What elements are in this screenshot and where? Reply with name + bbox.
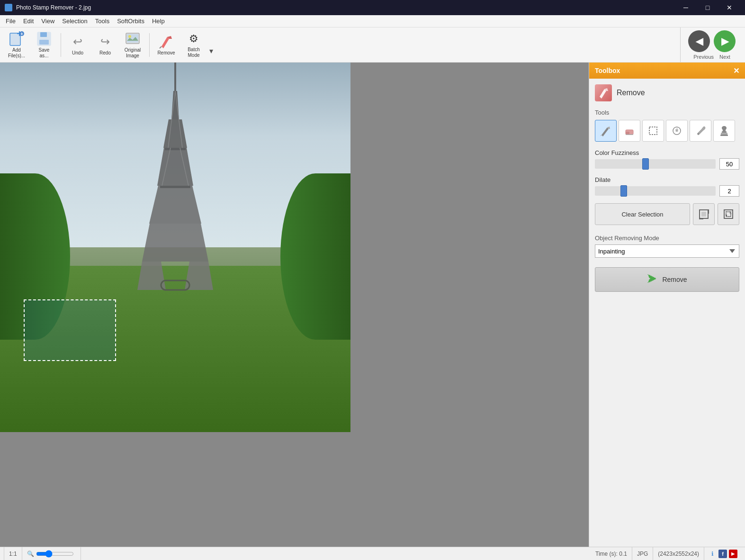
undo-button[interactable]: ↩ Undo xyxy=(65,30,90,60)
mode-select[interactable]: Inpainting Content-Aware Fill Smear xyxy=(595,244,739,258)
batch-mode-button[interactable]: ⚙ BatchMode xyxy=(181,30,206,60)
mode-section: Object Removing Mode Inpainting Content-… xyxy=(595,235,739,258)
menu-tools[interactable]: Tools xyxy=(91,16,113,26)
menu-view[interactable]: View xyxy=(37,16,58,26)
main-area: Toolbox ✕ Remove Tools xyxy=(0,63,745,547)
status-icons: ℹ f ▶ xyxy=(704,550,741,558)
tool-magic-wand[interactable] xyxy=(666,120,688,142)
tools-section-label: Tools xyxy=(595,109,739,116)
next-button[interactable]: ▶ xyxy=(714,30,736,52)
color-fuzziness-value[interactable]: 50 xyxy=(719,158,739,170)
eiffel-photo xyxy=(0,63,350,432)
window-title: Photo Stamp Remover - 2.jpg xyxy=(16,4,671,11)
svg-rect-13 xyxy=(174,63,176,91)
expand-selection-button[interactable] xyxy=(693,203,715,225)
previous-button[interactable]: ◀ xyxy=(688,30,710,52)
dilate-thumb[interactable] xyxy=(620,185,627,197)
app-icon xyxy=(5,4,12,11)
batch-mode-label: BatchMode xyxy=(188,47,200,58)
color-fuzziness-row: Color Fuzziness 50 xyxy=(595,149,739,170)
menu-file[interactable]: File xyxy=(2,16,19,26)
svg-rect-32 xyxy=(649,127,657,135)
original-image-icon xyxy=(125,31,140,46)
dilate-slider-row: 2 xyxy=(595,185,739,197)
previous-label: Previous xyxy=(693,54,714,60)
toolbox-close-button[interactable]: ✕ xyxy=(733,66,739,75)
minimize-button[interactable]: ─ xyxy=(675,0,697,15)
menu-selection[interactable]: Selection xyxy=(58,16,91,26)
maximize-button[interactable]: □ xyxy=(697,0,718,15)
dilate-track[interactable] xyxy=(595,186,716,196)
svg-point-35 xyxy=(676,130,678,132)
tower xyxy=(128,63,223,309)
redo-label: Redo xyxy=(99,50,111,55)
original-image-label: OriginalImage xyxy=(125,47,141,59)
remove-icon-box xyxy=(595,84,612,101)
add-files-button[interactable]: + AddFile(s)... xyxy=(4,30,29,60)
tool-wrench[interactable] xyxy=(690,120,711,142)
redo-button[interactable]: ↪ Redo xyxy=(92,30,118,60)
tool-rect-select[interactable] xyxy=(642,120,664,142)
remove-button-toolbar[interactable]: Remove xyxy=(153,30,179,60)
svg-rect-23 xyxy=(160,186,190,188)
svg-rect-7 xyxy=(40,32,47,37)
trees-left xyxy=(0,173,70,340)
title-bar: Photo Stamp Remover - 2.jpg ─ □ ✕ xyxy=(0,0,745,15)
add-files-icon: + xyxy=(9,31,24,46)
color-fuzziness-slider-row: 50 xyxy=(595,158,739,170)
dimensions-segment: (2423x2552x24) xyxy=(653,547,704,560)
svg-rect-22 xyxy=(165,148,186,150)
zoom-icon-segment[interactable]: 🔍 xyxy=(22,547,81,560)
contract-selection-button[interactable] xyxy=(718,203,739,225)
undo-icon: ↩ xyxy=(70,34,85,49)
facebook-icon[interactable]: f xyxy=(718,550,727,558)
menu-softorbits[interactable]: SoftOrbits xyxy=(113,16,148,26)
mode-label: Object Removing Mode xyxy=(595,235,739,242)
svg-point-36 xyxy=(698,133,699,135)
svg-rect-39 xyxy=(720,135,728,136)
svg-line-28 xyxy=(601,135,601,136)
next-label: Next xyxy=(719,54,730,60)
toolbar-separator-1 xyxy=(61,33,61,57)
svg-text:+: + xyxy=(20,31,23,36)
svg-marker-15 xyxy=(163,119,187,148)
canvas-area[interactable] xyxy=(0,63,589,547)
tool-pencil[interactable] xyxy=(595,120,617,142)
trees-right xyxy=(280,173,350,340)
window-controls: ─ □ ✕ xyxy=(675,0,740,15)
color-fuzziness-track[interactable] xyxy=(595,159,716,169)
undo-label: Undo xyxy=(72,50,83,55)
tool-stamp[interactable] xyxy=(713,120,735,142)
add-files-label: AddFile(s)... xyxy=(8,47,25,59)
menu-help[interactable]: Help xyxy=(148,16,169,26)
remove-action-button[interactable]: ⮞ Remove xyxy=(595,267,739,292)
nav-area: ◀ ▶ Previous Next xyxy=(680,27,736,62)
zoom-segment: 1:1 xyxy=(4,547,22,560)
info-icon[interactable]: ℹ xyxy=(708,550,717,558)
dimensions-value: (2423x2552x24) xyxy=(658,551,699,557)
clear-selection-button[interactable]: Clear Selection xyxy=(595,203,690,225)
toolbar: + AddFile(s)... Saveas... ↩ Undo ↪ Redo xyxy=(0,27,745,63)
original-image-button[interactable]: OriginalImage xyxy=(120,30,145,60)
svg-rect-42 xyxy=(724,210,733,218)
batch-mode-dropdown[interactable]: ▾ xyxy=(209,46,213,55)
youtube-icon[interactable]: ▶ xyxy=(729,550,737,558)
remove-arrow-icon: ⮞ xyxy=(647,273,657,286)
svg-rect-30 xyxy=(626,132,629,135)
dilate-value[interactable]: 2 xyxy=(719,185,739,197)
selection-actions: Clear Selection xyxy=(595,203,739,225)
time-segment: Time (s): 0.1 xyxy=(591,547,632,560)
zoom-slider[interactable] xyxy=(36,550,74,558)
close-button[interactable]: ✕ xyxy=(718,0,740,15)
toolbox: Toolbox ✕ Remove Tools xyxy=(589,63,745,547)
save-as-icon xyxy=(36,31,52,46)
color-fuzziness-thumb[interactable] xyxy=(642,158,649,170)
menu-edit[interactable]: Edit xyxy=(19,16,37,26)
save-as-label: Saveas... xyxy=(39,47,50,59)
svg-rect-38 xyxy=(721,133,727,135)
status-bar: 1:1 🔍 Time (s): 0.1 JPG (2423x2552x24) ℹ… xyxy=(0,547,745,560)
time-value: Time (s): 0.1 xyxy=(595,551,627,557)
zoom-icon: 🔍 xyxy=(27,551,34,557)
save-as-button[interactable]: Saveas... xyxy=(31,30,57,60)
tool-eraser[interactable] xyxy=(619,120,640,142)
